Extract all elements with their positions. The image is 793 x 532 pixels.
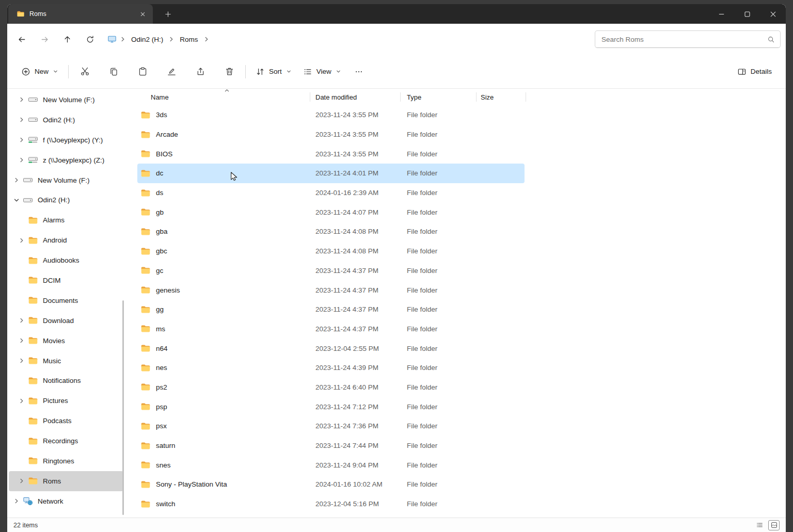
sidebar-item-f-joeyplexpc-y[interactable]: f (\\Joeyplexpc) (Y:) [9,130,123,150]
file-row-n64[interactable]: n642023-12-04 2:55 PMFile folder [137,338,525,358]
file-row-gc[interactable]: gc2023-11-24 4:37 PMFile folder [137,261,525,281]
file-row-ms[interactable]: ms2023-11-24 4:37 PMFile folder [137,319,525,339]
sidebar-item-odin2-h[interactable]: Odin2 (H:) [9,110,123,130]
sidebar-item-podcasts[interactable]: Podcasts [9,411,123,431]
file-row-bios[interactable]: BIOS2023-11-24 3:55 PMFile folder [137,144,525,164]
chevron-right-icon[interactable] [119,36,126,42]
tab-close-icon[interactable] [136,8,149,20]
folder-icon [140,188,151,198]
details-button[interactable]: Details [732,62,778,81]
forward-button[interactable] [33,30,56,49]
file-row-psp[interactable]: psp2023-11-24 7:12 PMFile folder [137,397,525,416]
sort-button[interactable]: Sort [250,62,297,81]
file-name-cell: dc [137,168,310,179]
cut-button[interactable] [73,61,97,83]
rename-icon [167,67,177,76]
search-input[interactable] [601,36,767,43]
sidebar-item-dcim[interactable]: DCIM [9,270,123,291]
chevron-right-icon[interactable] [17,135,27,145]
sidebar-item-notifications[interactable]: Notifications [9,370,123,391]
file-row-nes[interactable]: nes2023-11-24 4:39 PMFile folder [137,358,525,378]
sidebar-item-android[interactable]: Android [9,230,123,250]
file-row-genesis[interactable]: genesis2023-11-24 4:37 PMFile folder [137,280,525,300]
delete-button[interactable] [217,61,241,83]
file-row-switch[interactable]: switch2023-12-04 5:16 PMFile folder [137,494,525,514]
this-pc-icon[interactable] [107,35,117,44]
file-row-sony-playstation-vita[interactable]: Sony - PlayStation Vita2024-01-16 10:02 … [137,475,525,494]
chevron-right-icon[interactable] [203,36,210,42]
more-options-button[interactable] [347,61,371,83]
back-button[interactable] [10,30,33,49]
column-header-date-modified[interactable]: Date modified [310,89,401,105]
file-row-saturn[interactable]: saturn2023-11-24 7:44 PMFile folder [137,436,525,456]
file-name: ps2 [156,383,167,391]
type-cell: File folder [401,500,477,508]
chevron-right-icon[interactable] [168,36,175,42]
sidebar-item-odin2-h[interactable]: Odin2 (H:) [9,190,123,210]
sidebar-item-new-volume-f[interactable]: New Volume (F:) [9,170,123,190]
sidebar-item-new-volume-f[interactable]: New Volume (F:) [9,90,123,110]
folder-icon [140,265,151,276]
refresh-button[interactable] [78,30,101,49]
new-tab-button[interactable] [160,6,176,22]
file-row-gba[interactable]: gba2023-11-24 4:08 PMFile folder [137,222,525,241]
chevron-down-icon[interactable] [11,195,22,205]
sidebar-item-label: Recordings [43,437,78,445]
up-button[interactable] [56,30,78,49]
sidebar-item-music[interactable]: Music [9,351,123,371]
file-row-ps2[interactable]: ps22023-11-24 6:40 PMFile folder [137,378,525,397]
sidebar-item-recordings[interactable]: Recordings [9,431,123,451]
file-row-psx[interactable]: psx2023-11-24 7:36 PMFile folder [137,416,525,436]
chevron-right-icon[interactable] [17,155,27,165]
file-row-gg[interactable]: gg2023-11-24 4:37 PMFile folder [137,300,525,319]
chevron-right-icon[interactable] [17,235,27,246]
rename-button[interactable] [160,61,183,83]
sidebar-item-roms[interactable]: Roms [9,471,123,491]
details-view-toggle[interactable] [754,520,765,530]
file-row-snes[interactable]: snes2023-11-24 9:04 PMFile folder [137,455,525,475]
sidebar-item-movies[interactable]: Movies [9,331,123,351]
sidebar-item-pictures[interactable]: Pictures [9,391,123,411]
copy-button[interactable] [102,61,125,83]
file-row-ds[interactable]: ds2024-01-16 2:39 AMFile folder [137,183,525,203]
chevron-right-icon[interactable] [11,496,22,506]
sidebar-item-documents[interactable]: Documents [9,291,123,311]
view-button[interactable]: View [297,62,347,81]
chevron-right-icon[interactable] [17,476,27,486]
close-button[interactable] [760,4,786,24]
column-header-name[interactable]: Name [132,89,310,105]
chevron-right-icon[interactable] [17,356,27,366]
file-row-gb[interactable]: gb2023-11-24 4:07 PMFile folder [137,202,525,222]
sidebar-item-download[interactable]: Download [9,311,123,331]
sidebar-item-label: Documents [43,297,78,304]
breadcrumb-drive[interactable]: Odin2 (H:) [127,33,167,46]
sidebar-item-alarms[interactable]: Alarms [9,210,123,230]
paste-button[interactable] [131,61,154,83]
chevron-right-icon[interactable] [17,94,27,105]
search-box[interactable] [595,30,781,48]
breadcrumb-folder[interactable]: Roms [176,33,202,46]
minimize-button[interactable] [708,4,734,24]
chevron-right-icon[interactable] [17,115,27,125]
chevron-right-icon[interactable] [11,175,22,185]
explorer-tab[interactable]: Roms [8,4,153,24]
sidebar-item-z-joeyplexpc-z[interactable]: z (\\Joeyplexpc) (Z:) [9,150,123,170]
maximize-button[interactable] [734,4,760,24]
share-button[interactable] [188,61,212,83]
sidebar-scrollbar[interactable] [122,300,124,515]
new-button[interactable]: New [15,62,64,81]
chevron-right-icon[interactable] [17,315,27,326]
breadcrumb: Odin2 (H:) Roms [105,33,210,46]
chevron-right-icon[interactable] [17,335,27,346]
column-header-type[interactable]: Type [401,89,477,105]
file-row-arcade[interactable]: Arcade2023-11-24 3:55 PMFile folder [137,125,525,144]
sidebar-item-network[interactable]: Network [9,491,123,511]
file-row-dc[interactable]: dc2023-11-24 4:01 PMFile folder [137,164,525,183]
thumbnail-view-toggle[interactable] [768,520,780,530]
sidebar-item-ringtones[interactable]: Ringtones [9,451,123,471]
column-header-size[interactable]: Size [477,89,526,105]
sidebar-item-audiobooks[interactable]: Audiobooks [9,250,123,270]
file-row-gbc[interactable]: gbc2023-11-24 4:08 PMFile folder [137,241,525,261]
file-row-3ds[interactable]: 3ds2023-11-24 3:55 PMFile folder [137,105,525,125]
chevron-right-icon[interactable] [17,396,27,406]
